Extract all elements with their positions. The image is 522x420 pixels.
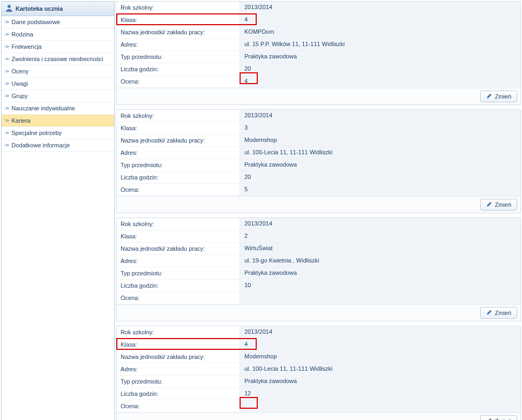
record-row-typ: Typ przedmiotu:Praktyka zawodowa — [116, 159, 520, 171]
record-value: Praktyka zawodowa — [240, 159, 520, 171]
chevron-icon: >> — [5, 56, 9, 62]
pencil-icon — [486, 417, 493, 420]
record-value: KOMPDom — [240, 26, 520, 38]
main-content: Rok szkolny:2013/2014Klasa:4Nazwa jednos… — [116, 1, 521, 420]
sidebar-item-label: Dodatkowe informacje — [12, 142, 70, 148]
sidebar-item-10[interactable]: >>Dodatkowe informacje — [2, 139, 114, 152]
record-label: Typ przedmiotu: — [116, 268, 240, 279]
record-row-adres: Adres:ul. 19-go Kwietnia , Widliszki — [116, 255, 520, 267]
record-value: 20 — [240, 63, 520, 75]
record-label: Adres: — [116, 39, 240, 50]
record-label: Nazwa jednostki/ zakładu pracy: — [116, 243, 240, 254]
record-label: Typ przedmiotu: — [116, 376, 240, 387]
sidebar-item-label: Dane podstawowe — [12, 19, 61, 25]
record-label: Rok szkolny: — [116, 327, 240, 338]
chevron-icon: >> — [5, 69, 9, 74]
sidebar-item-label: Rodzina — [12, 31, 33, 38]
record-row-liczba: Liczba godzin:20 — [116, 171, 520, 184]
record-value: ul. 100-Lecia 11, 11-111 Widliszki — [240, 147, 520, 159]
edit-button[interactable]: Zmień — [480, 307, 517, 319]
record-footer: Zmień — [116, 412, 520, 420]
record-row-liczba: Liczba godzin:10 — [116, 280, 520, 292]
career-record: Rok szkolny:2013/2014Klasa:4Nazwa jednos… — [116, 1, 521, 105]
edit-button[interactable]: Zmień — [480, 199, 517, 211]
record-row-adres: Adres:ul. 15 P.P. Wilków 11, 11-111 Widl… — [116, 39, 520, 51]
record-row-klasa: Klasa:4 — [116, 14, 520, 26]
record-row-ocena: Ocena:5 — [116, 184, 520, 196]
record-value: 2013/2014 — [240, 326, 520, 338]
record-row-klasa: Klasa:4 — [116, 339, 520, 351]
record-label: Nazwa jednostki/ zakładu pracy: — [116, 135, 240, 146]
record-label: Nazwa jednostki/ zakładu pracy: — [116, 27, 240, 38]
record-value — [240, 400, 520, 412]
record-value — [240, 292, 520, 304]
sidebar-item-9[interactable]: >>Specjalne potrzeby — [2, 127, 114, 139]
edit-label: Zmień — [495, 93, 511, 100]
record-label: Ocena: — [116, 76, 240, 87]
record-label: Ocena: — [116, 292, 240, 303]
record-row-klasa: Klasa:3 — [116, 122, 520, 134]
record-value: 2013/2014 — [240, 218, 520, 230]
sidebar-item-label: Frekwencja — [12, 43, 42, 50]
record-label: Liczba godzin: — [116, 280, 240, 291]
sidebar-item-label: Specjalne potrzeby — [12, 130, 62, 136]
record-label: Rok szkolny: — [116, 110, 240, 121]
record-label: Typ przedmiotu: — [116, 51, 240, 62]
record-footer: Zmień — [116, 304, 520, 321]
sidebar: Kartoteka ucznia >>Dane podstawowe>>Rodz… — [1, 1, 115, 420]
edit-label: Zmień — [495, 418, 511, 420]
sidebar-item-0[interactable]: >>Dane podstawowe — [2, 16, 114, 28]
person-icon — [5, 4, 13, 13]
record-value: 2013/2014 — [240, 110, 520, 122]
record-label: Liczba godzin: — [116, 172, 240, 183]
record-row-rok: Rok szkolny:2013/2014 — [116, 2, 520, 14]
record-value: Praktyka zawodowa — [240, 376, 520, 387]
edit-button[interactable]: Zmień — [480, 415, 517, 420]
record-row-liczba: Liczba godzin:20 — [116, 63, 520, 76]
record-label: Klasa: — [116, 231, 240, 242]
sidebar-item-4[interactable]: >>Oceny — [2, 65, 114, 78]
record-label: Rok szkolny: — [116, 219, 240, 229]
sidebar-item-3[interactable]: >>Zwolnienia i czasowe nieobecności — [2, 53, 114, 65]
edit-button[interactable]: Zmień — [480, 91, 517, 102]
record-label: Liczba godzin: — [116, 388, 240, 399]
record-row-typ: Typ przedmiotu:Praktyka zawodowa — [116, 376, 520, 388]
sidebar-item-8[interactable]: >>Kariera — [2, 115, 114, 127]
career-record: Rok szkolny:2013/2014Klasa:3Nazwa jednos… — [116, 109, 521, 213]
sidebar-item-5[interactable]: >>Uwagi — [2, 78, 114, 90]
record-label: Klasa: — [116, 339, 240, 350]
record-label: Ocena: — [116, 401, 240, 411]
record-value: Praktyka zawodowa — [240, 51, 520, 63]
record-value: ul. 15 P.P. Wilków 11, 11-111 Widliszki — [240, 39, 520, 50]
record-row-klasa: Klasa:2 — [116, 230, 520, 243]
record-value: 3 — [240, 122, 520, 134]
record-row-rok: Rok szkolny:2013/2014 — [116, 326, 520, 339]
record-row-adres: Adres:ul. 100-Lecia 11, 11-111 Widliszki — [116, 147, 520, 159]
sidebar-item-2[interactable]: >>Frekwencja — [2, 41, 114, 53]
pencil-icon — [486, 93, 493, 100]
record-label: Adres: — [116, 256, 240, 266]
career-record: Rok szkolny:2013/2014Klasa:4Nazwa jednos… — [116, 326, 521, 420]
record-label: Nazwa jednostki/ zakładu pracy: — [116, 351, 240, 362]
record-label: Ocena: — [116, 184, 240, 195]
sidebar-item-7[interactable]: >>Nauczanie indywidualne — [2, 102, 114, 115]
record-row-typ: Typ przedmiotu:Praktyka zawodowa — [116, 267, 520, 280]
record-value: 12 — [240, 388, 520, 400]
sidebar-item-6[interactable]: >>Grupy — [2, 90, 114, 102]
record-label: Klasa: — [116, 123, 240, 133]
record-row-liczba: Liczba godzin:12 — [116, 388, 520, 400]
record-row-nazwa: Nazwa jednostki/ zakładu pracy:WirtuŚwia… — [116, 243, 520, 255]
sidebar-item-label: Zwolnienia i czasowe nieobecności — [12, 56, 103, 62]
record-value: 2013/2014 — [240, 2, 520, 13]
edit-label: Zmień — [495, 310, 511, 316]
chevron-icon: >> — [5, 130, 9, 136]
edit-label: Zmień — [495, 201, 511, 208]
record-value: 20 — [240, 171, 520, 183]
chevron-icon: >> — [5, 106, 9, 111]
record-value: 4 — [240, 14, 520, 26]
sidebar-item-label: Nauczanie indywidualne — [12, 105, 76, 111]
sidebar-item-1[interactable]: >>Rodzina — [2, 28, 114, 41]
chevron-icon: >> — [5, 142, 9, 148]
sidebar-item-label: Grupy — [12, 93, 28, 99]
record-label: Liczba godzin: — [116, 64, 240, 74]
